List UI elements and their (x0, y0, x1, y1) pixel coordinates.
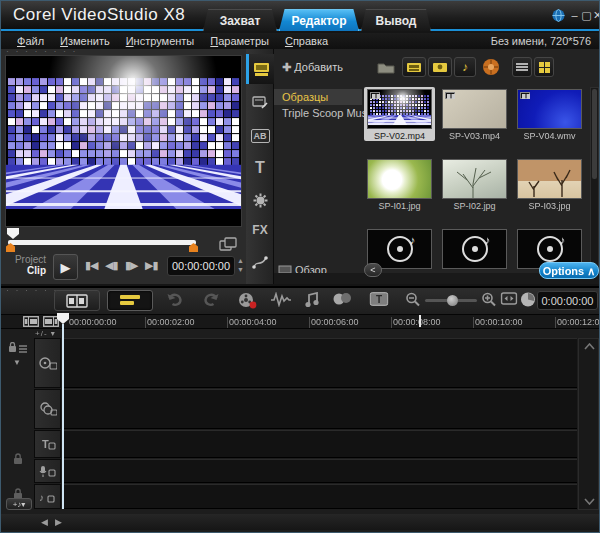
library-item-SP-I03.jpg[interactable]: SP-I03.jpg (514, 157, 585, 211)
tab-editor[interactable]: Редактор (279, 9, 359, 31)
go-end-button[interactable]: ▶▮ (145, 259, 158, 272)
scroll-up-icon[interactable] (584, 343, 595, 350)
nav-title-icon[interactable]: T (246, 153, 274, 183)
timecode-spinner[interactable]: ▲▼ (237, 256, 244, 274)
record-capture-icon[interactable] (237, 292, 257, 309)
menu-settings[interactable]: Параметры (210, 35, 269, 47)
track-header-voice[interactable] (34, 459, 61, 483)
next-frame-button[interactable]: ▮▶ (125, 259, 138, 272)
filter-video-icon[interactable] (402, 57, 426, 77)
go-start-button[interactable]: ▮◀ (85, 259, 98, 272)
library-item-SP-I02.jpg[interactable]: SP-I02.jpg (439, 157, 510, 211)
redo-icon[interactable] (203, 292, 220, 307)
library-item-SP-I01.jpg[interactable]: SP-I01.jpg (364, 157, 435, 211)
close-button[interactable]: ✕ (591, 8, 600, 22)
storyboard-view-button[interactable] (54, 290, 100, 311)
library-category-2[interactable]: Triple Scoop Music (274, 105, 362, 121)
library-scrollbar[interactable] (590, 87, 599, 284)
instant-project-icon[interactable] (480, 57, 502, 77)
svg-text:♪: ♪ (39, 492, 44, 503)
subtitle-editor-icon[interactable]: T (370, 292, 389, 306)
panel-grip: · · · · · · · · (6, 49, 77, 53)
enlarge-preview-icon[interactable] (219, 237, 237, 253)
zoom-slider-thumb[interactable] (447, 295, 458, 306)
nav-graphics-icon[interactable] (246, 185, 274, 215)
scroll-left-icon[interactable]: ◀ (41, 517, 48, 527)
library-grid: SP-V02.mp4SP-V03.mp4SP-V04.wmvSP-I01.jpg… (364, 87, 588, 284)
preview-video (5, 55, 242, 227)
fit-project-icon[interactable] (501, 292, 518, 305)
timeline-timecode[interactable]: 0:00:00:00 (537, 291, 598, 310)
ruler-label: 00:00:04:00 (229, 317, 277, 327)
tab-capture[interactable]: Захват (203, 9, 277, 31)
library-category-1[interactable]: Образцы (274, 89, 362, 105)
thumbnail-blue (517, 89, 582, 129)
nav-motion-path-icon[interactable] (246, 247, 274, 277)
thumbnail-view-icon[interactable] (534, 57, 554, 77)
ripple-edit-icon[interactable] (332, 292, 354, 306)
show-all-tracks-icon[interactable] (23, 316, 39, 327)
track-content-overlay[interactable] (62, 389, 577, 429)
add-track-button[interactable]: +♪▾ (6, 498, 32, 510)
svg-text:T: T (376, 294, 382, 305)
filter-audio-icon[interactable]: ♪ (454, 57, 476, 77)
prev-frame-button[interactable]: ◀▮ (105, 259, 118, 272)
collapse-arrow-icon[interactable]: ▼ (13, 358, 21, 367)
menu-help[interactable]: Справка (285, 35, 328, 47)
clip-mode-label[interactable]: Clip (27, 265, 46, 276)
tab-output[interactable]: Вывод (361, 9, 431, 31)
timeline-view-button[interactable] (107, 290, 153, 311)
timeline-ruler[interactable]: 00:00:00:0000:00:02:0000:00:04:0000:00:0… (1, 314, 600, 329)
track-content-title[interactable] (62, 430, 577, 458)
item-filename: SP-I01.jpg (364, 201, 435, 211)
preview-timecode[interactable]: 00:00:00:00 (167, 256, 235, 276)
track-header-music[interactable]: ♪ (34, 484, 61, 509)
fit-tracks-icon[interactable] (43, 316, 59, 327)
track-header-video[interactable] (34, 338, 61, 388)
track-content-video[interactable] (62, 338, 577, 388)
globe-icon[interactable] (552, 9, 565, 22)
options-button[interactable]: Options ∧ (539, 262, 599, 279)
track-header-overlay[interactable] (34, 389, 61, 429)
seek-bar[interactable] (8, 240, 196, 245)
ruler-tick (555, 317, 556, 328)
library-item-SP-V03.mp4[interactable]: SP-V03.mp4 (439, 87, 510, 141)
track-content-voice[interactable] (62, 459, 577, 483)
app-title: Corel VideoStudio X8 (13, 5, 185, 25)
sound-mixer-icon[interactable] (270, 292, 292, 307)
timeline-scrollbar[interactable] (578, 338, 599, 510)
timeline-playhead-line (62, 324, 64, 509)
undo-icon[interactable] (167, 292, 184, 307)
project-end-marker (419, 315, 421, 327)
track-header-title[interactable]: T (34, 430, 61, 458)
list-view-icon[interactable] (512, 57, 532, 77)
preview-frame (6, 56, 241, 226)
library-back-button[interactable]: < (364, 263, 382, 277)
library-item-SP-V02.mp4[interactable]: SP-V02.mp4 (364, 87, 435, 141)
track-add-remove-controls[interactable]: +/- ▾ (35, 330, 63, 338)
project-duration-icon[interactable] (521, 292, 536, 307)
add-folder-button[interactable]: ✚ Добавить (282, 61, 343, 74)
auto-music-icon[interactable] (304, 292, 322, 308)
nav-instant-project-icon[interactable] (246, 87, 274, 117)
menu-tools[interactable]: Инструменты (126, 35, 195, 47)
project-mode-label[interactable]: Project (15, 254, 46, 265)
scroll-right-icon[interactable]: ▶ (55, 517, 62, 527)
nav-filter-icon[interactable]: FX (246, 215, 274, 245)
zoom-out-icon[interactable] (406, 292, 421, 307)
app-window: Corel VideoStudio X8 Захват Редактор Выв… (0, 0, 600, 533)
nav-transition-icon[interactable]: AB (246, 121, 274, 151)
nav-media-icon[interactable] (246, 54, 274, 84)
lock-icon-overlay[interactable] (13, 453, 23, 464)
preview-playhead[interactable] (7, 228, 19, 239)
import-folder-icon[interactable] (374, 57, 398, 77)
track-manager-icon[interactable] (8, 342, 28, 355)
zoom-in-icon[interactable] (482, 292, 497, 307)
ruler-tick (473, 317, 474, 328)
track-content-music[interactable] (62, 484, 577, 509)
play-button[interactable]: ▶ (53, 254, 78, 280)
video-clip-badge (370, 92, 380, 99)
scroll-down-icon[interactable] (584, 498, 595, 505)
library-item-SP-V04.wmv[interactable]: SP-V04.wmv (514, 87, 585, 141)
filter-photo-icon[interactable] (428, 57, 452, 77)
